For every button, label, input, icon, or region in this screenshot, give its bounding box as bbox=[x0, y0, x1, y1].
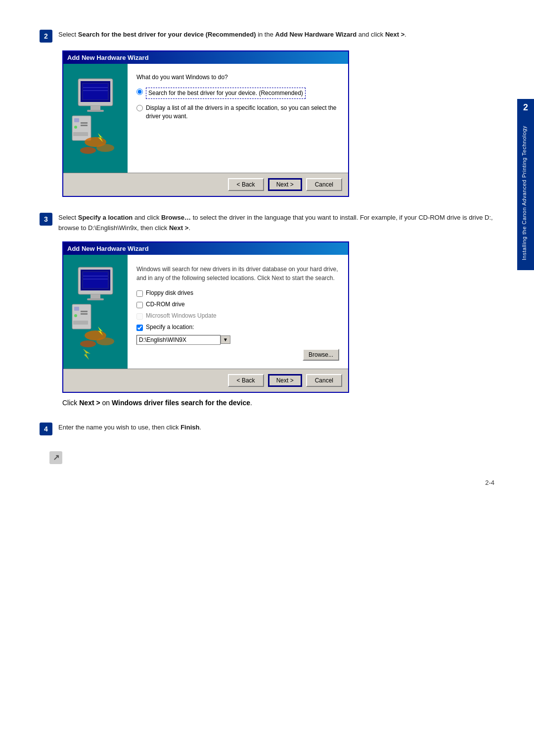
step3-bold3: Next > bbox=[169, 224, 188, 232]
svg-point-15 bbox=[96, 144, 114, 152]
svg-point-30 bbox=[74, 314, 77, 317]
wizard-dialog-1: Add New Hardware Wizard bbox=[62, 50, 494, 197]
cdrom-label: CD-ROM drive bbox=[146, 301, 185, 308]
wizard-1-radio1[interactable] bbox=[136, 89, 143, 95]
svg-rect-29 bbox=[81, 313, 88, 315]
wizard-2-back-button[interactable]: < Back bbox=[228, 374, 264, 387]
step-2-header: 2 Select Search for the best driver for … bbox=[40, 30, 494, 43]
wizard-2-titlebar: Add New Hardware Wizard bbox=[63, 242, 348, 255]
add-new-hardware-wizard-1: Add New Hardware Wizard bbox=[62, 50, 349, 197]
finish-bold: Finish bbox=[180, 424, 199, 431]
step-2-block: 2 Select Search for the best driver for … bbox=[40, 30, 494, 197]
svg-point-16 bbox=[80, 147, 96, 154]
wizard-1-next-button[interactable]: Next > bbox=[268, 178, 302, 191]
step-3-header: 3 Select Specify a location and click Br… bbox=[40, 213, 494, 234]
wizard-1-footer: < Back Next > Cancel bbox=[63, 173, 348, 196]
svg-rect-10 bbox=[81, 122, 88, 124]
redirect-icon: ↗ bbox=[53, 453, 59, 462]
svg-rect-13 bbox=[73, 132, 88, 136]
windows-driver-search-bold: Windows driver files search for the devi… bbox=[112, 399, 250, 407]
browse-button[interactable]: Browse... bbox=[303, 349, 339, 361]
cdrom-checkbox[interactable] bbox=[136, 302, 143, 308]
step2-bold3: Next > bbox=[385, 31, 404, 38]
step-2-description: Select Search for the best driver for yo… bbox=[58, 30, 406, 40]
step-4-badge: 4 bbox=[40, 423, 52, 435]
step-3-block: 3 Select Specify a location and click Br… bbox=[40, 213, 494, 407]
wizard-2-info: Windows will search for new drivers in i… bbox=[136, 265, 339, 283]
step3-bold1: Specify a location bbox=[78, 214, 133, 221]
wizard-1-radio2-label: Display a list of all the drivers in a s… bbox=[146, 104, 339, 121]
wizard-1-right: What do you want Windows to do? Search f… bbox=[128, 64, 348, 173]
svg-rect-3 bbox=[83, 84, 108, 99]
svg-rect-24 bbox=[90, 294, 100, 298]
wizard-2-illustration bbox=[68, 257, 123, 366]
wizard-2-footer: < Back Next > Cancel bbox=[63, 369, 348, 392]
specify-location-label: Specify a location: bbox=[146, 324, 194, 331]
step3-bold2: Browse… bbox=[161, 214, 191, 221]
side-tab-number: 2 bbox=[517, 99, 534, 116]
step-4-description: Enter the name you wish to use, then cli… bbox=[58, 423, 201, 433]
step-4-header: 4 Enter the name you wish to use, then c… bbox=[40, 423, 494, 435]
svg-rect-7 bbox=[87, 110, 104, 112]
page-content: 2 Select Search for the best driver for … bbox=[0, 0, 534, 516]
wizard-2-cancel-button[interactable]: Cancel bbox=[306, 374, 342, 387]
svg-rect-9 bbox=[74, 118, 79, 122]
svg-rect-27 bbox=[74, 307, 79, 311]
wizard-1-image bbox=[63, 64, 128, 173]
specify-location-checkbox[interactable] bbox=[136, 325, 143, 331]
floppy-checkbox[interactable] bbox=[136, 290, 143, 297]
location-dropdown-arrow[interactable]: ▼ bbox=[221, 335, 230, 344]
svg-rect-6 bbox=[90, 106, 100, 110]
wizard-2-checkbox4: Specify a location: bbox=[136, 324, 339, 331]
wizard-1-radio1-label: Search for the best driver for your devi… bbox=[146, 88, 306, 99]
svg-marker-36 bbox=[83, 349, 90, 360]
click-next-description: Click Next > on Windows driver files sea… bbox=[62, 399, 494, 407]
wizard-1-titlebar: Add New Hardware Wizard bbox=[63, 51, 348, 64]
svg-rect-25 bbox=[87, 298, 104, 300]
svg-point-12 bbox=[74, 126, 77, 129]
svg-rect-21 bbox=[83, 272, 108, 288]
add-new-hardware-wizard-2: Add New Hardware Wizard bbox=[62, 241, 349, 393]
step-3-description: Select Specify a location and click Brow… bbox=[58, 213, 494, 234]
windows-update-label: Microsoft Windows Update bbox=[146, 312, 217, 319]
windows-update-checkbox[interactable] bbox=[136, 313, 143, 320]
click-next-bold: Next > bbox=[79, 399, 100, 407]
svg-point-34 bbox=[80, 340, 96, 347]
step-2-badge: 2 bbox=[40, 30, 52, 43]
wizard-2-image bbox=[63, 255, 128, 369]
wizard-2-checkbox2: CD-ROM drive bbox=[136, 301, 339, 308]
wizard-dialog-2: Add New Hardware Wizard bbox=[62, 241, 494, 393]
location-input-container: ▼ bbox=[136, 335, 339, 345]
wizard-1-body: What do you want Windows to do? Search f… bbox=[63, 64, 348, 173]
wizard-2-right: Windows will search for new drivers in i… bbox=[128, 255, 348, 369]
svg-point-33 bbox=[96, 337, 114, 345]
wizard-1-cancel-button[interactable]: Cancel bbox=[306, 178, 342, 191]
step2-bold1: Search for the best driver for your devi… bbox=[78, 31, 256, 38]
wizard-1-option1: Search for the best driver for your devi… bbox=[136, 88, 339, 99]
floppy-label: Floppy disk drives bbox=[146, 289, 193, 296]
svg-rect-28 bbox=[81, 311, 88, 312]
wizard-1-illustration bbox=[68, 69, 123, 168]
step-4-block: 4 Enter the name you wish to use, then c… bbox=[40, 423, 494, 435]
side-tab-container: 2 Installing the Canon Advanced Printing… bbox=[517, 99, 534, 270]
redirect-badge: ↗ bbox=[49, 451, 62, 464]
wizard-2-checkbox1: Floppy disk drives bbox=[136, 289, 339, 297]
wizard-2-checkbox3: Microsoft Windows Update bbox=[136, 312, 339, 320]
wizard-1-radio2[interactable] bbox=[136, 105, 143, 111]
svg-rect-11 bbox=[81, 125, 88, 126]
step2-bold2: Add New Hardware Wizard bbox=[275, 31, 357, 38]
wizard-2-body: Windows will search for new drivers in i… bbox=[63, 255, 348, 369]
redirect-block: ↗ bbox=[49, 451, 494, 464]
svg-rect-31 bbox=[73, 321, 88, 325]
side-tab-label: Installing the Canon Advanced Printing T… bbox=[517, 116, 534, 270]
wizard-1-question: What do you want Windows to do? bbox=[136, 74, 339, 81]
wizard-1-back-button[interactable]: < Back bbox=[228, 178, 264, 191]
page-number: 2-4 bbox=[40, 479, 494, 486]
wizard-2-next-button[interactable]: Next > bbox=[268, 374, 302, 387]
location-input[interactable] bbox=[136, 335, 221, 345]
step-3-badge: 3 bbox=[40, 213, 52, 226]
wizard-1-option2: Display a list of all the drivers in a s… bbox=[136, 104, 339, 121]
